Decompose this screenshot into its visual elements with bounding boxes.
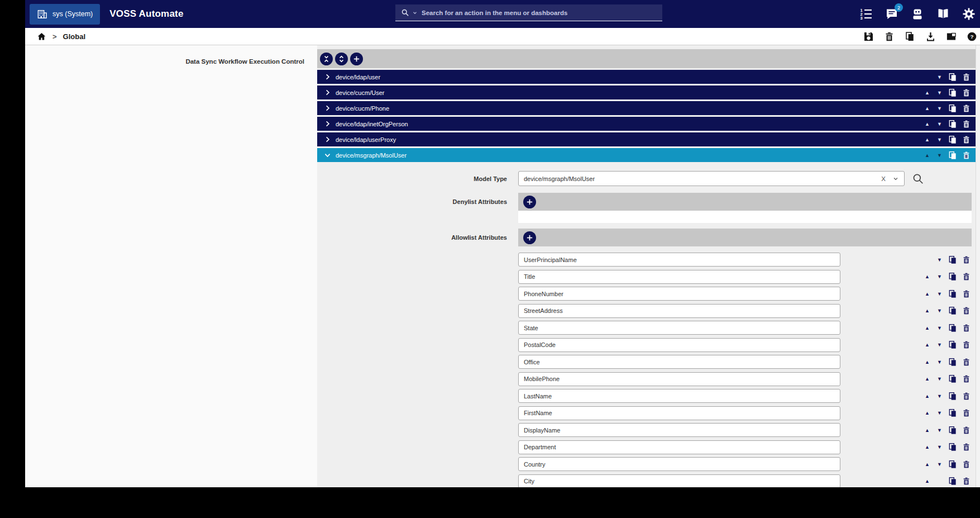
move-down-icon[interactable]: ▼ — [937, 291, 942, 296]
copy-icon[interactable] — [948, 103, 957, 113]
delete-icon[interactable] — [962, 88, 971, 97]
model-type-input[interactable] — [519, 175, 881, 182]
add-denylist-attribute-button[interactable] — [523, 196, 536, 208]
delete-icon[interactable] — [962, 408, 971, 418]
section-row[interactable]: device/cucm/User ▲ ▼ — [317, 85, 976, 99]
copy-icon[interactable] — [948, 425, 957, 435]
home-icon[interactable] — [37, 32, 46, 41]
allowlist-attribute-input[interactable] — [518, 253, 840, 267]
search-scope-chevron-icon[interactable] — [412, 10, 418, 16]
clone-icon[interactable] — [905, 31, 915, 42]
copy-icon[interactable] — [948, 391, 957, 401]
delete-icon[interactable] — [884, 31, 895, 42]
allowlist-attribute-input[interactable] — [518, 457, 840, 471]
move-up-icon[interactable]: ▲ — [925, 274, 930, 279]
delete-icon[interactable] — [962, 391, 971, 401]
move-down-icon[interactable]: ▼ — [937, 90, 942, 95]
move-down-icon[interactable]: ▼ — [937, 153, 942, 158]
copy-icon[interactable] — [948, 374, 957, 384]
copy-icon[interactable] — [948, 72, 957, 82]
copy-icon[interactable] — [948, 150, 957, 160]
move-up-icon[interactable]: ▲ — [925, 90, 930, 95]
move-down-icon[interactable]: ▼ — [937, 462, 942, 467]
delete-icon[interactable] — [962, 119, 971, 129]
move-up-icon[interactable]: ▲ — [925, 427, 930, 433]
copy-icon[interactable] — [948, 357, 957, 367]
allowlist-attribute-input[interactable] — [518, 270, 840, 284]
move-up-icon[interactable]: ▲ — [925, 393, 930, 398]
move-down-icon[interactable]: ▼ — [937, 343, 942, 348]
transaction-list-icon[interactable]: 123 — [859, 7, 873, 21]
move-down-icon[interactable]: ▼ — [937, 393, 942, 398]
delete-icon[interactable] — [962, 357, 971, 367]
model-type-search-icon[interactable] — [912, 173, 924, 185]
copy-icon[interactable] — [948, 477, 957, 486]
move-up-icon[interactable]: ▲ — [925, 359, 930, 364]
move-down-icon[interactable]: ▼ — [937, 274, 942, 279]
delete-icon[interactable] — [962, 255, 971, 264]
section-chevron-icon[interactable] — [324, 89, 331, 96]
move-up-icon[interactable]: ▲ — [925, 445, 930, 450]
vertical-scrollbar[interactable] — [976, 45, 980, 487]
section-row[interactable]: device/msgraph/MsolUser ▲ ▼ — [317, 148, 976, 162]
move-down-icon[interactable]: ▼ — [937, 137, 942, 142]
delete-icon[interactable] — [962, 459, 971, 469]
allowlist-attribute-input[interactable] — [518, 474, 840, 488]
delete-icon[interactable] — [962, 289, 971, 298]
copy-icon[interactable] — [948, 459, 957, 469]
delete-icon[interactable] — [962, 135, 971, 144]
export-icon[interactable] — [925, 31, 936, 42]
move-down-icon[interactable]: ▼ — [937, 257, 942, 262]
move-up-icon[interactable]: ▲ — [925, 153, 930, 158]
delete-icon[interactable] — [962, 374, 971, 384]
section-chevron-icon[interactable] — [324, 104, 331, 112]
delete-icon[interactable] — [962, 150, 971, 160]
dropdown-chevron-icon[interactable] — [892, 175, 899, 182]
section-row[interactable]: device/cucm/Phone ▲ ▼ — [317, 101, 976, 115]
move-up-icon[interactable]: ▲ — [925, 106, 930, 111]
save-icon[interactable] — [863, 31, 874, 42]
allowlist-attribute-input[interactable] — [518, 304, 840, 318]
copy-icon[interactable] — [948, 340, 957, 350]
copy-icon[interactable] — [948, 443, 957, 452]
add-section-button[interactable] — [350, 53, 363, 65]
section-chevron-icon[interactable] — [324, 136, 331, 143]
move-up-icon[interactable]: ▲ — [925, 291, 930, 296]
move-down-icon[interactable]: ▼ — [937, 411, 942, 416]
allowlist-attribute-input[interactable] — [518, 423, 840, 437]
copy-icon[interactable] — [948, 255, 957, 264]
move-up-icon[interactable]: ▲ — [925, 308, 930, 313]
copy-icon[interactable] — [948, 135, 957, 144]
notifications-icon[interactable]: 2 — [885, 7, 898, 21]
delete-icon[interactable] — [962, 340, 971, 350]
help-icon[interactable]: ? — [967, 31, 977, 42]
user-assistant-icon[interactable] — [911, 7, 924, 21]
allowlist-attribute-input[interactable] — [518, 440, 840, 454]
move-up-icon[interactable]: ▲ — [925, 137, 930, 142]
move-down-icon[interactable]: ▼ — [937, 308, 942, 313]
section-row[interactable]: device/ldap/userProxy ▲ ▼ — [317, 132, 976, 146]
copy-icon[interactable] — [948, 119, 957, 129]
delete-icon[interactable] — [962, 103, 971, 113]
move-up-icon[interactable]: ▲ — [925, 377, 930, 382]
collapse-all-button[interactable] — [320, 53, 333, 65]
copy-icon[interactable] — [948, 408, 957, 418]
move-down-icon[interactable]: ▼ — [937, 377, 942, 382]
move-up-icon[interactable]: ▲ — [925, 343, 930, 348]
allowlist-attribute-input[interactable] — [518, 406, 840, 420]
delete-icon[interactable] — [962, 443, 971, 452]
move-down-icon[interactable]: ▼ — [937, 106, 942, 111]
move-down-icon[interactable]: ▼ — [937, 121, 942, 126]
delete-icon[interactable] — [962, 72, 971, 82]
expand-all-button[interactable] — [335, 53, 348, 65]
settings-gear-icon[interactable] — [962, 7, 976, 21]
section-chevron-icon[interactable] — [324, 151, 331, 159]
delete-icon[interactable] — [962, 306, 971, 316]
section-row[interactable]: device/ldap/inetOrgPerson ▲ ▼ — [317, 117, 976, 131]
allowlist-attribute-input[interactable] — [518, 287, 840, 301]
move-down-icon[interactable]: ▼ — [937, 359, 942, 364]
move-up-icon[interactable]: ▲ — [925, 462, 930, 467]
section-row[interactable]: device/ldap/user ▼ — [317, 70, 976, 84]
delete-icon[interactable] — [962, 477, 971, 486]
copy-icon[interactable] — [948, 306, 957, 316]
